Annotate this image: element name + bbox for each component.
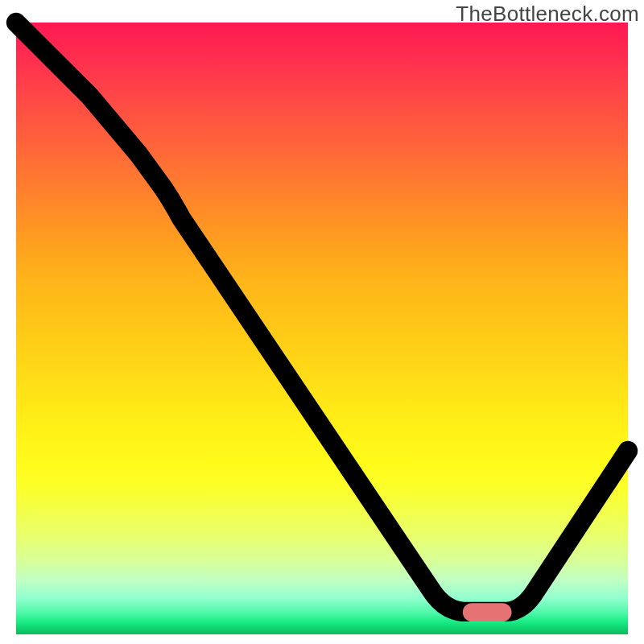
optimal-marker: [463, 603, 512, 621]
plot-area: [16, 23, 628, 634]
chart-canvas: TheBottleneck.com: [0, 0, 644, 644]
bottleneck-curve: [16, 23, 628, 612]
chart-svg: [16, 23, 628, 634]
